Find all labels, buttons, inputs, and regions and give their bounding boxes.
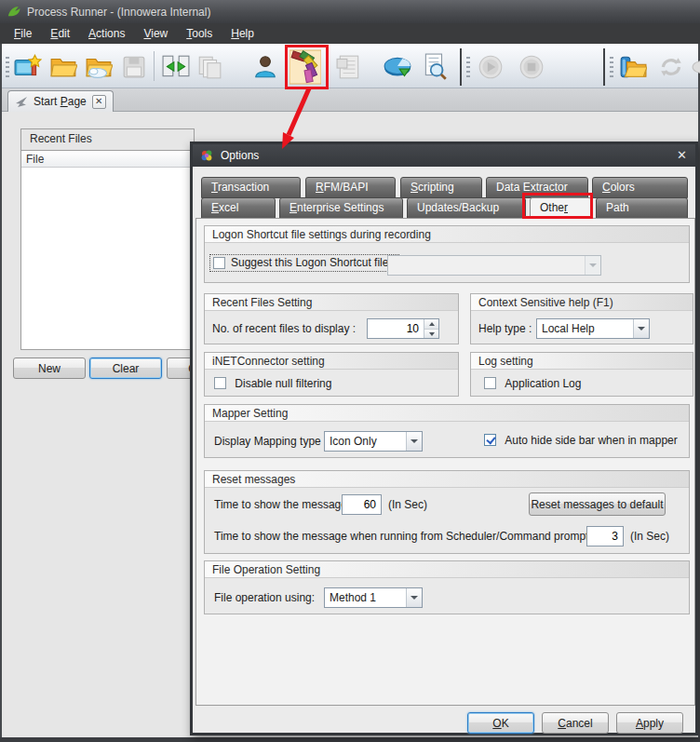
reset-messages-group: Reset messages Time to show the message … xyxy=(204,470,690,554)
menu-actions[interactable]: Actions xyxy=(79,24,134,43)
log-setting-title: Log setting xyxy=(471,353,693,370)
recent-count-input[interactable] xyxy=(368,319,422,338)
toolbar-grip[interactable] xyxy=(6,57,9,77)
file-column-header[interactable]: File xyxy=(21,151,194,168)
menu-bar: File Edit Actions View Tools Help xyxy=(0,23,700,44)
help-type-combobox[interactable]: Local Help xyxy=(536,318,650,339)
refresh-icon xyxy=(655,51,687,83)
help-type-label: Help type : xyxy=(478,322,532,335)
dialog-close-icon[interactable]: ✕ xyxy=(677,148,687,162)
logon-combobox-dropdown-icon xyxy=(585,256,600,275)
dialog-titlebar[interactable]: Options ✕ xyxy=(193,144,695,167)
pie-chart-icon[interactable] xyxy=(382,51,413,83)
tab-updates-backup[interactable]: Updates/Backup xyxy=(407,197,526,219)
application-log-checkbox[interactable] xyxy=(484,377,496,389)
dialog-title: Options xyxy=(221,149,259,162)
tab-enterprise-settings[interactable]: Enterprise Settings xyxy=(279,197,403,219)
message-time-unit: (In Sec) xyxy=(388,498,427,511)
log-setting-group: Log setting Application Log xyxy=(470,352,693,397)
file-operation-value: Method 1 xyxy=(325,591,406,604)
window-titlebar: Process Runner - (Innowera Internal) xyxy=(0,0,700,23)
user-icon[interactable] xyxy=(249,51,281,83)
scheduler-time-label: Time to show the message when running fr… xyxy=(214,530,595,543)
disable-null-filtering-checkbox[interactable] xyxy=(214,377,226,389)
suggest-logon-checkbox-wrap[interactable]: Suggest this Logon Shortcut file : xyxy=(209,254,399,272)
options-dialog: Options ✕ Transaction RFM/BAPI Scripting… xyxy=(190,142,698,735)
clear-button[interactable]: Clear xyxy=(89,358,162,379)
context-help-group: Context Sensitive help (F1) Help type : … xyxy=(470,293,693,344)
menu-file[interactable]: File xyxy=(5,24,41,43)
apply-button[interactable]: Apply xyxy=(616,712,683,734)
auto-hide-sidebar-checkbox[interactable] xyxy=(484,434,496,446)
recent-count-spinner xyxy=(367,318,439,339)
cancel-button[interactable]: Cancel xyxy=(542,712,609,734)
run-icon xyxy=(475,51,506,83)
menu-help[interactable]: Help xyxy=(222,24,263,43)
menu-view[interactable]: View xyxy=(134,24,177,43)
recent-files-list[interactable]: File xyxy=(21,150,194,349)
help-type-value: Local Help xyxy=(537,322,633,335)
disable-null-filtering-label: Disable null filtering xyxy=(235,377,331,390)
new-process-icon[interactable] xyxy=(12,51,44,83)
new-button[interactable]: New xyxy=(13,358,86,379)
display-mapping-combobox[interactable]: Icon Only xyxy=(324,431,423,452)
menu-tools[interactable]: Tools xyxy=(177,24,222,43)
scheduler-time-input[interactable] xyxy=(586,526,624,546)
file-operation-dropdown-icon[interactable] xyxy=(406,588,422,607)
open-cloud-icon[interactable] xyxy=(83,51,114,83)
switch-view-icon[interactable] xyxy=(160,51,192,83)
start-page-icon xyxy=(15,96,28,108)
tab-start-page[interactable]: Start Page ✕ xyxy=(7,90,114,112)
tab-colors[interactable]: Colors xyxy=(592,177,688,198)
toolbar-grip[interactable] xyxy=(466,57,470,77)
dialog-palette-icon xyxy=(200,149,213,162)
spinner-down-icon[interactable] xyxy=(424,329,438,338)
open-file-icon[interactable] xyxy=(47,51,79,83)
display-mapping-dropdown-icon[interactable] xyxy=(406,432,422,451)
window-bottom-border xyxy=(0,737,700,742)
tab-path[interactable]: Path xyxy=(596,197,688,219)
tab-scripting[interactable]: Scripting xyxy=(400,177,482,198)
inet-connector-title: iNETConnector setting xyxy=(205,353,458,370)
file-operation-group: File Operation Setting File operation us… xyxy=(204,560,690,614)
toolbar-grip[interactable] xyxy=(610,57,613,77)
file-operation-title: File Operation Setting xyxy=(205,561,689,578)
more-tools-icon xyxy=(687,51,700,83)
logon-file-combobox xyxy=(387,255,601,276)
tab-data-extractor[interactable]: Data Extractor xyxy=(486,177,588,198)
message-time-label: Time to show the message : xyxy=(214,498,354,511)
file-operation-combobox[interactable]: Method 1 xyxy=(324,587,423,608)
theme-colors-icon[interactable] xyxy=(289,51,321,83)
tab-rfm-bapi[interactable]: RFM/BAPI xyxy=(305,177,396,198)
suggest-logon-checkbox[interactable] xyxy=(213,257,225,269)
mapper-setting-title: Mapper Setting xyxy=(205,405,689,422)
logon-shortcut-group: Logon Shortcut file settings during reco… xyxy=(204,225,690,283)
stop-icon xyxy=(516,51,547,83)
message-time-input[interactable] xyxy=(342,494,382,515)
logon-shortcut-group-title: Logon Shortcut file settings during reco… xyxy=(205,226,689,243)
menu-edit[interactable]: Edit xyxy=(41,24,79,43)
help-type-dropdown-icon[interactable] xyxy=(633,319,649,338)
other-tab-panel: Logon Shortcut file settings during reco… xyxy=(195,218,695,706)
recent-files-group: Recent Files File xyxy=(20,128,195,350)
tab-transaction[interactable]: Transaction xyxy=(201,177,301,198)
spinner-up-icon[interactable] xyxy=(424,319,438,329)
tab-close-icon[interactable]: ✕ xyxy=(92,95,106,109)
copy-icon xyxy=(194,51,225,83)
tab-excel[interactable]: Excel xyxy=(201,197,276,219)
auto-hide-sidebar-label: Auto hide side bar when in mapper xyxy=(505,434,677,447)
preview-icon[interactable] xyxy=(419,51,451,83)
toolbar-dock-separator xyxy=(460,48,462,86)
save-icon xyxy=(118,51,150,83)
toolbar xyxy=(2,44,698,88)
tab-other[interactable]: Other xyxy=(530,197,592,219)
display-mapping-label: Display Mapping type : xyxy=(214,435,327,448)
open-production-folder-icon[interactable] xyxy=(617,51,649,83)
window-title: Process Runner - (Innowera Internal) xyxy=(27,6,210,19)
ok-button[interactable]: OK xyxy=(467,712,534,734)
application-log-label: Application Log xyxy=(505,377,581,390)
reset-messages-default-button[interactable]: Reset messages to default xyxy=(529,492,666,516)
display-mapping-value: Icon Only xyxy=(325,435,406,448)
recent-count-label: No. of recent files to display : xyxy=(212,322,356,335)
toolbar-dock-separator xyxy=(603,48,605,86)
